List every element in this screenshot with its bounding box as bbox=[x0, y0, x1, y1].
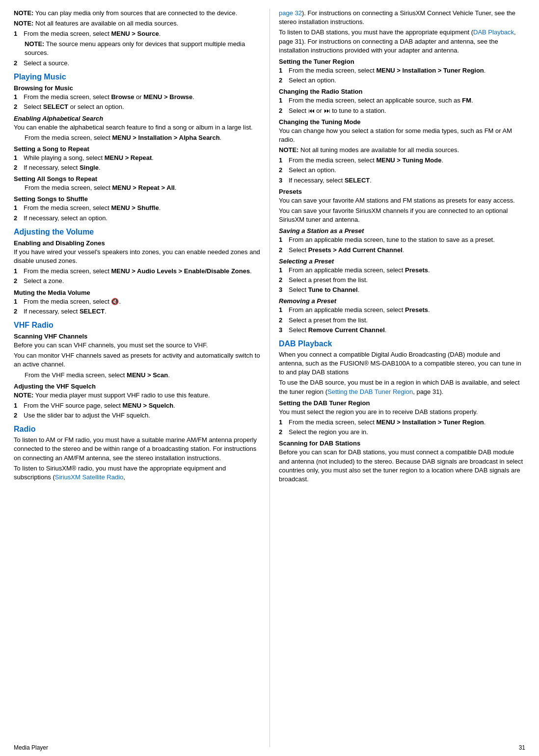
right-column: page 32). For instructions on connecting… bbox=[270, 9, 539, 747]
mute-icon: 🔇 bbox=[111, 298, 119, 305]
step-remove-preset-3: 3 Select Remove Current Channel. bbox=[279, 326, 525, 335]
para-alpha-search: You can enable the alphabetical search f… bbox=[14, 123, 261, 132]
subsection-enable-disable-zones: Enabling and Disabling Zones bbox=[14, 239, 261, 247]
link-siriusxm[interactable]: SiriusXM Satellite Radio bbox=[55, 473, 123, 481]
step-1-source: 1 From the media screen, select MENU > S… bbox=[14, 29, 261, 38]
para-scan-vhf-2: You can monitor VHF channels saved as pr… bbox=[14, 351, 261, 369]
step-save-preset-1: 1 From an applicable media screen, tune … bbox=[279, 235, 525, 244]
italic-alpha-search: Enabling Alphabetical Search bbox=[14, 115, 261, 122]
step-mute-1: 1 From the media screen, select 🔇. bbox=[14, 297, 261, 306]
link-page32[interactable]: page 32 bbox=[279, 9, 302, 17]
step-save-preset-2: 2 Select Presets > Add Current Channel. bbox=[279, 246, 525, 255]
subsection-scan-vhf: Scanning VHF Channels bbox=[14, 333, 261, 340]
left-column: NOTE: You can play media only from sourc… bbox=[0, 9, 270, 747]
para-scan-dab: Before you can scan for DAB stations, yo… bbox=[279, 448, 525, 484]
step-squelch-2: 2 Use the slider bar to adjust the VHF s… bbox=[14, 411, 261, 420]
section-title-radio: Radio bbox=[14, 425, 261, 434]
italic-removing-preset: Removing a Preset bbox=[279, 297, 525, 305]
italic-saving-preset: Saving a Station as a Preset bbox=[279, 227, 525, 235]
step-zones-1: 1 From the media screen, select MENU > A… bbox=[14, 267, 261, 276]
step-2-select-source: 2 Select a source. bbox=[14, 59, 261, 68]
para-dab-tuner-region: You must select the region you are in to… bbox=[279, 408, 525, 417]
subsection-tuning-mode: Changing the Tuning Mode bbox=[279, 118, 525, 126]
para-radio-siriusxm: To listen to SiriusXM® radio, you must h… bbox=[14, 464, 261, 482]
subsection-scan-dab: Scanning for DAB Stations bbox=[279, 440, 525, 447]
subsection-dab-tuner-region: Setting the DAB Tuner Region bbox=[279, 399, 525, 407]
indented-scan-vhf: From the VHF media screen, select MENU >… bbox=[25, 371, 261, 380]
note-tuning-modes: NOTE: Not all tuning modes are available… bbox=[279, 146, 525, 155]
step-station-2: 2 Select ⏮ or ⏭ to tune to a station. bbox=[279, 106, 525, 115]
step-squelch-1: 1 From the VHF source page, select MENU … bbox=[14, 401, 261, 410]
para-radio-am-fm: To listen to AM or FM radio, you must ha… bbox=[14, 436, 261, 463]
step-mute-2: 2 If necessary, select SELECT. bbox=[14, 307, 261, 316]
page-footer: Media Player 31 bbox=[14, 744, 525, 751]
section-radio: Radio To listen to AM or FM radio, you m… bbox=[14, 425, 261, 482]
para-presets-1: You can save your favorite AM stations a… bbox=[279, 196, 525, 205]
section-title-dab-playback: DAB Playback bbox=[279, 339, 525, 348]
section-playing-music: Playing Music Browsing for Music 1 From … bbox=[14, 73, 261, 223]
subsection-shuffle: Setting Songs to Shuffle bbox=[14, 195, 261, 203]
para-scan-vhf-1: Before you can scan VHF channels, you mu… bbox=[14, 341, 261, 350]
subsection-vhf-squelch: Adjusting the VHF Squelch bbox=[14, 383, 261, 390]
step-tuning-1: 1 From the media screen, select MENU > T… bbox=[279, 156, 525, 165]
step-repeat-2: 2 If necessary, select Single. bbox=[14, 163, 261, 172]
subsection-repeat-all: Setting All Songs to Repeat bbox=[14, 175, 261, 182]
step-shuffle-2: 2 If necessary, select an option. bbox=[14, 214, 261, 223]
para-zones: If you have wired your vessel's speakers… bbox=[14, 248, 261, 265]
section-title-adjusting-volume: Adjusting the Volume bbox=[14, 228, 261, 236]
step-remove-preset-2: 2 Select a preset from the list. bbox=[279, 316, 525, 325]
step-dab-region-2: 2 Select the region you are in. bbox=[279, 428, 525, 437]
step-tuning-3: 3 If necessary, select SELECT. bbox=[279, 176, 525, 185]
step-shuffle-1: 1 From the media screen, select MENU > S… bbox=[14, 204, 261, 212]
para-presets-2: You can save your favorite SiriusXM chan… bbox=[279, 207, 525, 224]
italic-selecting-preset: Selecting a Preset bbox=[279, 258, 525, 265]
subsection-tuner-region: Setting the Tuner Region bbox=[279, 58, 525, 65]
note-not-all-features: NOTE: Not all features are available on … bbox=[14, 19, 261, 28]
para-dab-intro: When you connect a compatible Digital Au… bbox=[279, 350, 525, 377]
link-dab-tuner-region[interactable]: Setting the DAB Tuner Region bbox=[327, 388, 413, 395]
note-play-media: NOTE: You can play media only from sourc… bbox=[14, 9, 261, 18]
footer-right: 31 bbox=[519, 744, 525, 751]
section-dab-playback: DAB Playback When you connect a compatib… bbox=[279, 339, 525, 484]
step-dab-region-1: 1 From the media screen, select MENU > I… bbox=[279, 418, 525, 427]
section-title-playing-music: Playing Music bbox=[14, 73, 261, 81]
page-wrapper: NOTE: You can play media only from sourc… bbox=[0, 0, 539, 756]
subsection-repeat-song: Setting a Song to Repeat bbox=[14, 145, 261, 153]
step-remove-preset-1: 1 From an applicable media screen, selec… bbox=[279, 306, 525, 314]
para-dab-listen: To listen to DAB stations, you must have… bbox=[279, 28, 525, 55]
page-content: NOTE: You can play media only from sourc… bbox=[0, 0, 539, 756]
note-source-menu: NOTE: The source menu appears only for d… bbox=[25, 40, 261, 57]
step-select-preset-1: 1 From an applicable media screen, selec… bbox=[279, 266, 525, 275]
para-right-intro: page 32). For instructions on connecting… bbox=[279, 9, 525, 26]
note-vhf-squelch: NOTE: Your media player must support VHF… bbox=[14, 391, 261, 400]
step-station-1: 1 From the media screen, select an appli… bbox=[279, 96, 525, 105]
step-select-preset-2: 2 Select a preset from the list. bbox=[279, 276, 525, 285]
section-title-vhf-radio: VHF Radio bbox=[14, 321, 261, 330]
para-dab-region: To use the DAB source, you must be in a … bbox=[279, 378, 525, 396]
subsection-change-station: Changing the Radio Station bbox=[279, 88, 525, 95]
para-tuning-mode: You can change how you select a station … bbox=[279, 127, 525, 144]
subsection-browsing-for-music: Browsing for Music bbox=[14, 84, 261, 92]
section-adjusting-volume: Adjusting the Volume Enabling and Disabl… bbox=[14, 228, 261, 316]
step-tuner-region-2: 2 Select an option. bbox=[279, 76, 525, 85]
footer-left: Media Player bbox=[14, 744, 48, 751]
step-tuner-region-1: 1 From the media screen, select MENU > I… bbox=[279, 66, 525, 75]
step-select-preset-3: 3 Select Tune to Channel. bbox=[279, 286, 525, 294]
link-dab-playback[interactable]: DAB Playback bbox=[473, 28, 514, 36]
indented-repeat-all: From the media screen, select MENU > Rep… bbox=[25, 183, 261, 192]
step-browse-2: 2 Select SELECT or select an option. bbox=[14, 103, 261, 111]
section-vhf-radio: VHF Radio Scanning VHF Channels Before y… bbox=[14, 321, 261, 420]
subsection-presets: Presets bbox=[279, 188, 525, 195]
step-browse-1: 1 From the media screen, select Browse o… bbox=[14, 93, 261, 102]
step-zones-2: 2 Select a zone. bbox=[14, 277, 261, 286]
step-tuning-2: 2 Select an option. bbox=[279, 166, 525, 175]
subsection-mute: Muting the Media Volume bbox=[14, 289, 261, 296]
indented-alpha-search: From the media screen, select MENU > Ins… bbox=[25, 133, 261, 142]
step-repeat-1: 1 While playing a song, select MENU > Re… bbox=[14, 154, 261, 162]
